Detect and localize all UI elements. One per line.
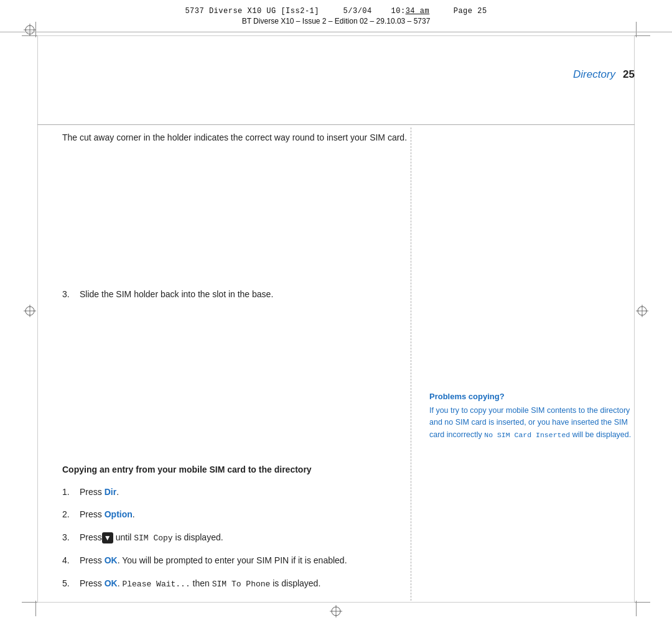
step-slide-sim-number: 3. — [62, 287, 75, 301]
step-slide-sim: 3. Slide the SIM holder back into the sl… — [62, 287, 411, 301]
page-number: 25 — [623, 68, 635, 81]
header-time-suffix: 34 am — [406, 7, 430, 16]
crop-mark-bottom-left — [35, 601, 36, 616]
sidebar-content-area: Problems copying? If you try to copy you… — [429, 392, 635, 441]
header-top-line: 5737 Diverse X10 UG [Iss2-1] 5/3/04 10:3… — [185, 7, 487, 16]
header-sub-line: BT Diverse X10 – Issue 2 – Edition 02 – … — [242, 17, 431, 25]
step-5-text: Press OK. Please Wait... then SIM To Pho… — [80, 576, 320, 591]
step-5-ok: OK — [105, 578, 118, 588]
step-4-number: 4. — [62, 553, 75, 567]
step-3: 3. Press▼ until SIM Copy is displayed. — [62, 530, 411, 545]
step-1-text: Press Dir. — [80, 485, 119, 499]
page-border-right — [634, 35, 635, 603]
section-heading-copy: Copying an entry from your mobile SIM ca… — [62, 463, 411, 476]
reg-mark-right-mid — [636, 305, 648, 317]
header-time-prefix: 10: — [391, 7, 406, 16]
page-border-top — [37, 35, 635, 36]
step-5: 5. Press OK. Please Wait... then SIM To … — [62, 576, 411, 591]
page-section-header: Directory 25 — [573, 68, 635, 81]
step-2-option: Option — [105, 509, 133, 519]
section-heading-text: Copying an entry from your mobile SIM ca… — [62, 465, 312, 474]
step-5-mono1: Please Wait... — [122, 580, 190, 589]
main-content-area: The cut away corner in the holder indica… — [62, 131, 411, 601]
step-1-number: 1. — [62, 485, 75, 499]
down-arrow-icon: ▼ — [102, 532, 113, 543]
page-border-bottom — [37, 602, 635, 603]
step-4-ok: OK — [105, 555, 118, 565]
step-2-number: 2. — [62, 507, 75, 521]
column-vertical-divider — [411, 127, 411, 601]
step-1: 1. Press Dir. — [62, 485, 411, 499]
reg-mark-bottom-center — [330, 605, 342, 619]
step-2: 2. Press Option. — [62, 507, 411, 521]
step-5-mono2: SIM To Phone — [212, 580, 271, 589]
header-date: 5/3/04 — [343, 7, 372, 16]
step-4-text: Press OK. You will be prompted to enter … — [80, 553, 347, 567]
crop-mark-left-bottom — [22, 602, 37, 603]
step-4: 4. Press OK. You will be prompted to ent… — [62, 553, 411, 567]
page-horizontal-divider — [37, 124, 635, 125]
crop-mark-top-right — [635, 35, 650, 36]
step-2-text: Press Option. — [80, 507, 135, 521]
page-header-strip: 5737 Diverse X10 UG [Iss2-1] 5/3/04 10:3… — [0, 0, 672, 32]
reg-mark-left-mid — [24, 305, 36, 317]
section-title: Directory — [573, 68, 615, 81]
step-1-dir: Dir — [105, 487, 116, 497]
sidebar-text-mono: No SIM Card Inserted — [484, 431, 570, 439]
header-doc-info: 5737 Diverse X10 UG [Iss2-1] — [185, 7, 319, 16]
step-3-mono: SIM Copy — [134, 534, 172, 543]
step-5-number: 5. — [62, 576, 75, 591]
step-slide-sim-text: Slide the SIM holder back into the slot … — [80, 287, 273, 301]
sidebar-body: If you try to copy your mobile SIM conte… — [429, 405, 635, 441]
crop-mark-right-bottom — [635, 602, 650, 603]
step-3-number: 3. — [62, 530, 75, 545]
sidebar-text-part2: will be displayed. — [570, 430, 631, 439]
header-page-label: Page 25 — [454, 7, 487, 16]
step-3-text: Press▼ until SIM Copy is displayed. — [80, 530, 223, 545]
sidebar-heading: Problems copying? — [429, 392, 635, 401]
crop-mark-bottom-right — [636, 601, 637, 616]
intro-paragraph: The cut away corner in the holder indica… — [62, 131, 411, 144]
page-border-left — [37, 35, 38, 603]
